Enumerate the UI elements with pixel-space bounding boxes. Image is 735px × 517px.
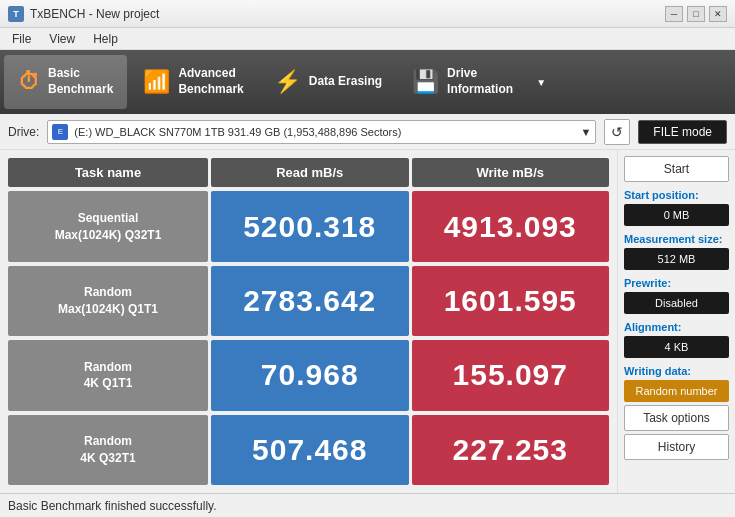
row-read-random-max: 2783.642 — [211, 266, 409, 336]
col-header-write: Write mB/s — [412, 158, 610, 187]
drive-selector[interactable]: E (E:) WD_BLACK SN770M 1TB 931.49 GB (1,… — [47, 120, 596, 144]
row-read-random-4k-q32: 507.468 — [211, 415, 409, 485]
toolbar-advanced-benchmark[interactable]: 📶 AdvancedBenchmark — [129, 55, 257, 109]
erase-icon: ⚡ — [274, 69, 301, 95]
menu-help[interactable]: Help — [85, 30, 126, 48]
alignment-value: 4 KB — [624, 336, 729, 358]
drive-select-text: E (E:) WD_BLACK SN770M 1TB 931.49 GB (1,… — [52, 124, 401, 140]
table-header: Task name Read mB/s Write mB/s — [8, 158, 609, 187]
row-write-sequential: 4913.093 — [412, 191, 610, 261]
clock-icon: ⏱ — [18, 69, 40, 95]
app-icon: T — [8, 6, 24, 22]
row-write-random-4k-q1: 155.097 — [412, 340, 610, 410]
maximize-button[interactable]: □ — [687, 6, 705, 22]
toolbar-drive-information[interactable]: 💾 DriveInformation — [398, 55, 527, 109]
data-erasing-label: Data Erasing — [309, 74, 382, 90]
table-area: Task name Read mB/s Write mB/s Sequentia… — [0, 150, 617, 493]
prewrite-value: Disabled — [624, 292, 729, 314]
start-button[interactable]: Start — [624, 156, 729, 182]
drive-value: (E:) WD_BLACK SN770M 1TB 931.49 GB (1,95… — [74, 126, 401, 138]
status-bar: Basic Benchmark finished successfully. — [0, 493, 735, 517]
dropdown-arrow-icon: ▼ — [580, 126, 591, 138]
row-read-random-4k-q1: 70.968 — [211, 340, 409, 410]
menu-file[interactable]: File — [4, 30, 39, 48]
writing-data-value: Random number — [624, 380, 729, 402]
close-button[interactable]: ✕ — [709, 6, 727, 22]
row-label-random-4k-q1: Random4K Q1T1 — [8, 340, 208, 410]
row-label-random-max: RandomMax(1024K) Q1T1 — [8, 266, 208, 336]
toolbar: ⏱ BasicBenchmark 📶 AdvancedBenchmark ⚡ D… — [0, 50, 735, 114]
drive-label: Drive: — [8, 125, 39, 139]
window-title: TxBENCH - New project — [30, 7, 159, 21]
row-write-random-4k-q32: 227.253 — [412, 415, 610, 485]
row-read-sequential: 5200.318 — [211, 191, 409, 261]
chart-icon: 📶 — [143, 69, 170, 95]
refresh-button[interactable]: ↺ — [604, 119, 630, 145]
alignment-label: Alignment: — [624, 321, 729, 333]
table-row: RandomMax(1024K) Q1T1 2783.642 1601.595 — [8, 266, 609, 336]
start-position-value: 0 MB — [624, 204, 729, 226]
menu-bar: File View Help — [0, 28, 735, 50]
col-header-task: Task name — [8, 158, 208, 187]
history-button[interactable]: History — [624, 434, 729, 460]
hdd-icon: E — [52, 124, 68, 140]
title-bar-controls[interactable]: ─ □ ✕ — [665, 6, 727, 22]
title-bar: T TxBENCH - New project ─ □ ✕ — [0, 0, 735, 28]
writing-data-label: Writing data: — [624, 365, 729, 377]
row-write-random-max: 1601.595 — [412, 266, 610, 336]
minimize-button[interactable]: ─ — [665, 6, 683, 22]
table-row: SequentialMax(1024K) Q32T1 5200.318 4913… — [8, 191, 609, 261]
basic-benchmark-label: BasicBenchmark — [48, 66, 113, 97]
file-mode-button[interactable]: FILE mode — [638, 120, 727, 144]
toolbar-basic-benchmark[interactable]: ⏱ BasicBenchmark — [4, 55, 127, 109]
toolbar-data-erasing[interactable]: ⚡ Data Erasing — [260, 55, 396, 109]
drive-bar: Drive: E (E:) WD_BLACK SN770M 1TB 931.49… — [0, 114, 735, 150]
table-row: Random4K Q1T1 70.968 155.097 — [8, 340, 609, 410]
table-row: Random4K Q32T1 507.468 227.253 — [8, 415, 609, 485]
task-options-button[interactable]: Task options — [624, 405, 729, 431]
start-position-label: Start position: — [624, 189, 729, 201]
drive-icon: 💾 — [412, 69, 439, 95]
row-label-random-4k-q32: Random4K Q32T1 — [8, 415, 208, 485]
status-message: Basic Benchmark finished successfully. — [8, 499, 217, 513]
right-panel: Start Start position: 0 MB Measurement s… — [617, 150, 735, 493]
prewrite-label: Prewrite: — [624, 277, 729, 289]
chevron-down-icon: ▼ — [536, 77, 546, 88]
menu-view[interactable]: View — [41, 30, 83, 48]
row-label-sequential: SequentialMax(1024K) Q32T1 — [8, 191, 208, 261]
advanced-benchmark-label: AdvancedBenchmark — [178, 66, 243, 97]
main-content: Task name Read mB/s Write mB/s Sequentia… — [0, 150, 735, 493]
measurement-size-label: Measurement size: — [624, 233, 729, 245]
measurement-size-value: 512 MB — [624, 248, 729, 270]
toolbar-dropdown[interactable]: ▼ — [529, 55, 553, 109]
refresh-icon: ↺ — [611, 124, 623, 140]
title-bar-left: T TxBENCH - New project — [8, 6, 159, 22]
col-header-read: Read mB/s — [211, 158, 409, 187]
drive-information-label: DriveInformation — [447, 66, 513, 97]
